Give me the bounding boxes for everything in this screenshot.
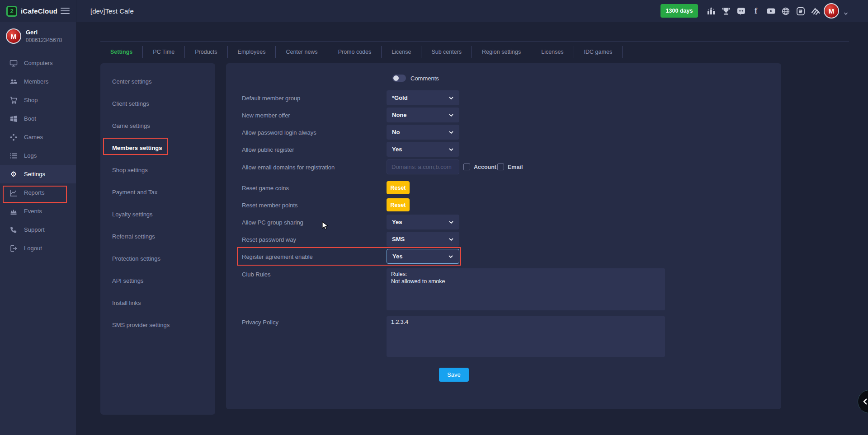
tab-sub-centers[interactable]: Sub centers xyxy=(421,49,472,55)
tab-employees[interactable]: Employees xyxy=(228,49,276,55)
topbar-divider xyxy=(76,0,76,22)
gamepad-icon xyxy=(9,133,18,141)
field-label: Reset member points xyxy=(242,202,298,209)
privacy-policy-textarea[interactable]: 1.2.3.4 xyxy=(387,316,665,357)
chevron-down-icon xyxy=(448,112,454,118)
members-settings-form: Comments Default member group *Gold New … xyxy=(226,63,781,409)
reset-password-way-select[interactable]: SMS xyxy=(387,232,459,247)
cafe-title: [dev]Test Cafe xyxy=(90,0,134,22)
layers-icon[interactable] xyxy=(811,6,821,16)
submenu-api-settings[interactable]: API settings xyxy=(100,270,215,292)
user-phone: 008612345678 xyxy=(26,37,62,43)
tab-promo-codes[interactable]: Promo codes xyxy=(328,49,382,55)
ranking-icon[interactable] xyxy=(706,6,716,16)
sidebar-item-label: Support xyxy=(24,226,45,233)
sidebar-item-logout[interactable]: Logout xyxy=(0,239,76,257)
cart-icon xyxy=(9,96,18,104)
tab-center-news[interactable]: Center news xyxy=(276,49,327,55)
chevron-down-icon[interactable] xyxy=(844,9,848,17)
user-avatar[interactable]: M xyxy=(824,3,839,19)
globe-icon[interactable] xyxy=(781,6,791,16)
new-member-offer-select[interactable]: None xyxy=(387,108,459,122)
youtube-icon[interactable] xyxy=(766,6,776,16)
chevron-left-icon xyxy=(862,398,868,405)
tab-region-settings[interactable]: Region settings xyxy=(472,49,531,55)
submenu-members-settings[interactable]: Members settings xyxy=(100,137,215,159)
tab-products[interactable]: Products xyxy=(185,49,227,55)
submenu-sms-provider-settings[interactable]: SMS provider settings xyxy=(100,314,215,336)
select-value: SMS xyxy=(392,236,448,243)
register-agreement-select[interactable]: Yes xyxy=(387,249,459,264)
menu-toggle-icon[interactable] xyxy=(61,6,70,15)
sidebar-item-games[interactable]: Games xyxy=(0,128,76,146)
field-label: Allow PC group sharing xyxy=(242,219,303,226)
chevron-down-icon xyxy=(448,254,453,259)
users-icon xyxy=(9,78,18,86)
license-days-badge[interactable]: 1300 days xyxy=(660,4,698,18)
sidebar-item-label: Settings xyxy=(24,171,45,178)
tab-licenses[interactable]: Licenses xyxy=(531,49,573,55)
sidebar-item-support[interactable]: Support xyxy=(0,220,76,239)
chevron-down-icon xyxy=(448,147,454,152)
top-bar: 2 iCafeCloud [dev]Test Cafe 1300 days xyxy=(0,0,868,22)
tab-bar: Settings PC Time Products Employees Cent… xyxy=(100,42,623,62)
select-value: Yes xyxy=(392,146,448,153)
allow-password-login-select[interactable]: No xyxy=(387,125,459,140)
sidebar-item-events[interactable]: Events xyxy=(0,202,76,220)
submenu-client-settings[interactable]: Client settings xyxy=(100,93,215,115)
sidebar: M Geri 008612345678 Computers Members Sh… xyxy=(0,22,76,435)
sidebar-item-label: Boot xyxy=(24,115,36,122)
tab-pc-time[interactable]: PC Time xyxy=(143,49,184,55)
list-icon xyxy=(9,152,18,160)
chevron-down-icon xyxy=(448,130,454,135)
submenu-loyalty-settings[interactable]: Loyalty settings xyxy=(100,203,215,225)
sidebar-item-label: Events xyxy=(24,208,42,215)
tab-license[interactable]: License xyxy=(382,49,421,55)
select-value: Yes xyxy=(392,219,448,225)
discord-icon[interactable] xyxy=(736,6,746,16)
sidebar-item-settings[interactable]: ⚙ Settings xyxy=(0,165,76,183)
tab-settings[interactable]: Settings xyxy=(100,49,142,55)
submenu-install-links[interactable]: Install links xyxy=(100,292,215,314)
field-label: Allow public register xyxy=(242,146,294,153)
logout-icon xyxy=(9,244,18,253)
tab-idc-games[interactable]: IDC games xyxy=(574,49,623,55)
allow-public-register-select[interactable]: Yes xyxy=(387,142,459,157)
submenu-shop-settings[interactable]: Shop settings xyxy=(100,159,215,181)
sidebar-item-members[interactable]: Members xyxy=(0,72,76,91)
sidebar-item-shop[interactable]: Shop xyxy=(0,91,76,109)
checkbox-icon xyxy=(497,164,504,170)
icafecloud-icon[interactable] xyxy=(796,6,806,16)
select-value: Yes xyxy=(392,253,448,260)
user-name: Geri xyxy=(26,29,62,36)
reset-member-points-button[interactable]: Reset xyxy=(387,198,410,211)
allow-pc-group-sharing-select[interactable]: Yes xyxy=(387,215,459,229)
submenu-game-settings[interactable]: Game settings xyxy=(100,115,215,137)
facebook-icon[interactable]: f xyxy=(751,6,761,16)
sidebar-item-boot[interactable]: Boot xyxy=(0,109,76,128)
submenu-protection-settings[interactable]: Protection settings xyxy=(100,248,215,270)
reset-game-coins-button[interactable]: Reset xyxy=(387,181,410,194)
email-domains-input[interactable] xyxy=(387,159,459,174)
sidebar-user-avatar: M xyxy=(6,28,21,44)
email-checkbox[interactable]: Email xyxy=(497,164,523,170)
sidebar-item-logs[interactable]: Logs xyxy=(0,146,76,165)
comments-toggle[interactable] xyxy=(392,75,406,82)
tab-separator xyxy=(622,46,623,58)
checkbox-label: Account xyxy=(474,164,496,170)
club-rules-textarea[interactable]: Rules: Not allowed to smoke xyxy=(387,268,665,310)
sidebar-item-reports[interactable]: Reports xyxy=(0,183,76,202)
sidebar-item-label: Shop xyxy=(24,97,38,103)
icafecloud-logo-icon: 2 xyxy=(6,6,17,17)
sidebar-user-block[interactable]: M Geri 008612345678 xyxy=(0,22,76,50)
default-member-group-select[interactable]: *Gold xyxy=(387,90,459,105)
submenu-payment-and-tax[interactable]: Payment and Tax xyxy=(100,181,215,203)
account-checkbox[interactable]: Account xyxy=(463,164,496,170)
submenu-center-settings[interactable]: Center settings xyxy=(100,70,215,93)
sidebar-item-computers[interactable]: Computers xyxy=(0,54,76,72)
settings-submenu: Center settings Client settings Game set… xyxy=(100,63,215,415)
select-value: *Gold xyxy=(392,94,448,101)
submenu-referral-settings[interactable]: Referral settings xyxy=(100,225,215,248)
trophy-icon[interactable] xyxy=(721,6,731,16)
save-button[interactable]: Save xyxy=(439,368,469,382)
